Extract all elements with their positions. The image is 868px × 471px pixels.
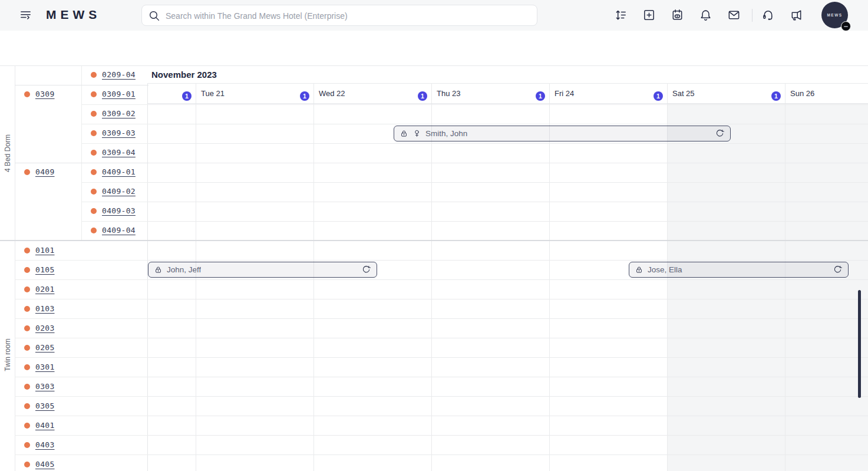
reservation-bar[interactable]: Jose, Ella	[629, 262, 849, 278]
grid-row-line	[147, 318, 868, 319]
announcements-icon[interactable]	[790, 8, 803, 22]
lock-icon	[154, 265, 163, 274]
timeline-grid-area: November 20231Tue 211Wed 221Thu 231Fri 2…	[0, 66, 868, 471]
lock-icon	[635, 265, 643, 274]
grid-row-line	[147, 357, 868, 358]
availability-badge: 1	[300, 91, 309, 101]
room-link-0101[interactable]: 0101	[35, 246, 55, 255]
global-search[interactable]	[141, 5, 537, 26]
room-link-0203[interactable]: 0203	[35, 324, 55, 332]
reservation-guest-name: Smith, John	[425, 129, 467, 138]
sidebar-subcolumn-border	[81, 66, 82, 241]
grid-row-line	[147, 143, 868, 144]
sidebar-row-line	[15, 357, 148, 358]
availability-badge: 1	[418, 91, 427, 101]
day-header-label: Tue 21	[201, 84, 225, 104]
month-header: November 2023	[147, 66, 868, 84]
room-link-0303[interactable]: 0303	[35, 382, 55, 391]
bed-link-0309-01[interactable]: 0309-01	[102, 90, 136, 98]
month-header-border	[147, 83, 868, 84]
room-link-0301[interactable]: 0301	[35, 363, 55, 371]
day-header-label: Sat 25	[672, 84, 695, 104]
sidebar-group-line	[15, 85, 148, 85]
room-link-0105[interactable]: 0105	[35, 265, 55, 274]
availability-badge: 1	[182, 91, 192, 101]
grid-row-line	[147, 182, 868, 183]
sidebar-left-border	[15, 66, 15, 471]
room-status-dot	[91, 228, 97, 233]
restore-icon[interactable]	[715, 129, 725, 139]
room-link-0309[interactable]: 0309	[35, 90, 55, 98]
day-header-label: Thu 23	[437, 84, 460, 104]
room-status-dot	[24, 91, 30, 97]
calendar-view-icon[interactable]	[671, 8, 684, 22]
bed-link-0409-04[interactable]: 0409-04	[102, 226, 136, 235]
bed-link-0209-04[interactable]: 0209-04	[102, 70, 136, 79]
sidebar-row-line	[15, 318, 148, 319]
sort-icon[interactable]	[614, 8, 628, 22]
room-link-0409[interactable]: 0409	[35, 167, 55, 176]
bed-link-0309-04[interactable]: 0309-04	[102, 148, 136, 157]
room-link-0401[interactable]: 0401	[35, 421, 55, 430]
room-status-dot	[24, 384, 30, 390]
topbar-divider	[752, 9, 753, 22]
room-link-0405[interactable]: 0405	[35, 460, 55, 469]
bed-link-0309-03[interactable]: 0309-03	[102, 129, 136, 137]
mews-logo: MEWS	[46, 8, 101, 22]
restore-icon[interactable]	[833, 265, 843, 275]
bed-link-0409-03[interactable]: 0409-03	[102, 206, 136, 215]
mews-timeline-app: MEWS MEWS Today Optimize space allocatio…	[0, 0, 868, 471]
room-status-dot	[24, 306, 30, 312]
sidebar-group-line	[15, 163, 148, 163]
room-status-dot	[91, 189, 97, 195]
avatar-badge	[841, 21, 851, 31]
sidebar-subrow-line	[81, 124, 148, 124]
grid-row-line	[147, 454, 868, 455]
bed-link-0409-02[interactable]: 0409-02	[102, 187, 136, 196]
room-status-dot	[24, 462, 30, 467]
sidebar-row-line	[15, 299, 148, 299]
bed-link-0409-01[interactable]: 0409-01	[102, 167, 136, 176]
room-link-0305[interactable]: 0305	[35, 401, 55, 410]
reservation-guest-name: John, Jeff	[167, 265, 201, 274]
global-search-input[interactable]	[164, 5, 520, 27]
room-status-dot	[91, 72, 97, 78]
grid-row-line	[147, 104, 868, 105]
room-link-0403[interactable]: 0403	[35, 440, 55, 449]
room-status-dot	[24, 442, 30, 448]
vertical-scrollbar-thumb[interactable]	[858, 290, 861, 398]
availability-badge: 1	[654, 91, 663, 101]
day-header-label: Wed 22	[319, 84, 345, 104]
messages-icon[interactable]	[727, 8, 741, 22]
reservation-bar[interactable]: John, Jeff	[148, 262, 377, 278]
menu-toggle-icon[interactable]	[19, 8, 32, 22]
room-link-0201[interactable]: 0201	[35, 285, 55, 294]
room-status-dot	[91, 208, 97, 214]
restore-icon[interactable]	[361, 265, 371, 275]
room-link-0103[interactable]: 0103	[35, 304, 55, 313]
reservation-bar[interactable]: Smith, John	[394, 126, 731, 141]
section-label-4-bed-dorm: 4 Bed Dorm	[4, 134, 12, 172]
grid-row-line	[147, 202, 868, 202]
notifications-icon[interactable]	[699, 8, 712, 22]
grid-row-line	[147, 416, 868, 416]
room-link-0205[interactable]: 0205	[35, 343, 55, 352]
create-icon[interactable]	[642, 8, 656, 22]
menu-icon	[19, 8, 32, 22]
search-icon	[148, 9, 160, 22]
room-status-dot	[24, 267, 30, 273]
sidebar-row-line	[15, 260, 148, 261]
room-status-dot	[91, 169, 97, 175]
day-header-border	[147, 103, 868, 104]
sidebar-subrow-line	[81, 143, 148, 144]
room-status-dot	[24, 403, 30, 409]
sidebar-row-line	[15, 416, 148, 416]
room-status-dot	[24, 364, 30, 370]
bed-link-0309-02[interactable]: 0309-02	[102, 109, 136, 118]
support-icon[interactable]	[761, 8, 775, 22]
grid-row-line	[147, 396, 868, 397]
sidebar-subrow-line	[81, 104, 148, 105]
room-status-dot	[24, 248, 30, 253]
grid-row-line	[147, 279, 868, 280]
sidebar-row-line	[15, 435, 148, 436]
